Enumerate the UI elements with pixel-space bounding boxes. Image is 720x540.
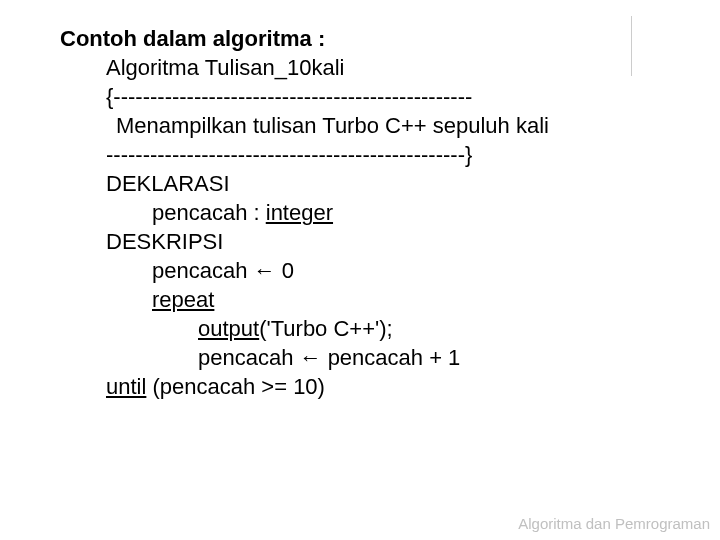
kw-output: output: [198, 316, 259, 341]
decl-pencacah-text: pencacah :: [152, 200, 266, 225]
section-deskripsi: DESKRIPSI: [60, 227, 660, 256]
line-comment-close: ----------------------------------------…: [60, 140, 660, 169]
output-args: ('Turbo C++');: [259, 316, 393, 341]
type-integer: integer: [266, 200, 333, 225]
section-deklarasi: DEKLARASI: [60, 169, 660, 198]
line-comment-open: {---------------------------------------…: [60, 82, 660, 111]
line-algoritma: Algoritma Tulisan_10kali: [60, 53, 660, 82]
slide-content: Contoh dalam algoritma : Algoritma Tulis…: [60, 24, 660, 401]
stmt-assign-pencacah: pencacah ← 0: [60, 256, 660, 285]
footer-text: Algoritma dan Pemrograman: [518, 515, 710, 532]
stmt-repeat: repeat: [60, 285, 660, 314]
kw-until: until: [106, 374, 146, 399]
decl-pencacah: pencacah : integer: [60, 198, 660, 227]
stmt-increment: pencacah ← pencacah + 1: [60, 343, 660, 372]
stmt-until: until (pencacah >= 10): [60, 372, 660, 401]
kw-repeat: repeat: [152, 287, 214, 312]
until-condition: (pencacah >= 10): [146, 374, 325, 399]
heading: Contoh dalam algoritma :: [60, 24, 660, 53]
slide: Contoh dalam algoritma : Algoritma Tulis…: [0, 0, 720, 540]
stmt-output-call: output('Turbo C++');: [60, 314, 660, 343]
line-description: Menampilkan tulisan Turbo C++ sepuluh ka…: [60, 111, 660, 140]
